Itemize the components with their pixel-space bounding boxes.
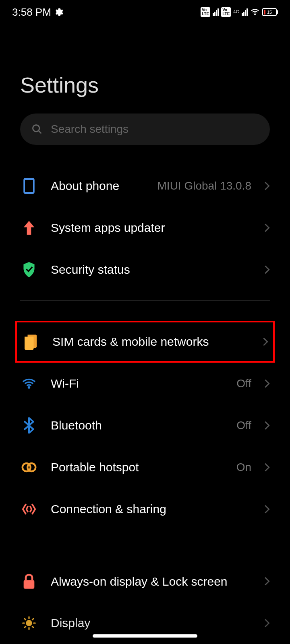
settings-item-about-phone[interactable]: About phone MIUI Global 13.0.8	[20, 165, 270, 207]
item-label: Portable hotspot	[51, 460, 224, 474]
settings-item-display[interactable]: Display	[20, 602, 270, 644]
brightness-icon	[20, 614, 38, 632]
signal-icon	[242, 8, 248, 16]
arrow-up-icon	[20, 219, 38, 237]
item-label: System apps updater	[51, 221, 251, 235]
item-value: MIUI Global 13.0.8	[157, 180, 251, 192]
status-left: 3:58 PM	[12, 6, 63, 19]
divider	[20, 300, 270, 301]
item-value: Off	[236, 377, 251, 390]
volte-icon: VoLTE	[221, 7, 231, 17]
search-input[interactable]: Search settings	[20, 114, 270, 145]
chevron-right-icon	[264, 576, 270, 586]
item-label: About phone	[51, 179, 145, 193]
settings-item-portable-hotspot[interactable]: Portable hotspot On	[20, 446, 270, 488]
svg-point-5	[27, 463, 35, 471]
item-label: Wi-Fi	[51, 377, 224, 390]
divider	[20, 540, 270, 540]
chevron-right-icon	[264, 223, 270, 233]
settings-item-sim-cards[interactable]: SIM cards & mobile networks	[15, 321, 275, 363]
svg-point-0	[33, 125, 39, 132]
item-label: Bluetooth	[51, 419, 224, 432]
settings-list: About phone MIUI Global 13.0.8 System ap…	[0, 165, 290, 644]
battery-icon: 15	[262, 8, 278, 16]
settings-item-connection-sharing[interactable]: Connection & sharing	[20, 488, 270, 530]
svg-line-13	[32, 626, 33, 627]
chevron-right-icon	[263, 337, 268, 347]
item-label: Connection & sharing	[51, 502, 251, 516]
page-title: Settings	[20, 72, 270, 97]
shield-check-icon	[20, 261, 38, 279]
item-label: Security status	[51, 263, 251, 277]
status-right: VoLTE VoLTE 4G 15	[201, 7, 278, 17]
search-icon	[31, 124, 43, 135]
connection-icon	[20, 500, 38, 518]
sim-card-icon	[22, 333, 39, 351]
wifi-icon	[20, 375, 38, 392]
settings-item-system-apps-updater[interactable]: System apps updater	[20, 207, 270, 249]
svg-point-7	[26, 620, 32, 626]
svg-line-12	[25, 619, 26, 620]
network-type-icon: 4G	[233, 9, 239, 14]
svg-rect-3	[25, 180, 33, 192]
svg-line-1	[39, 131, 41, 134]
item-value: Off	[236, 419, 251, 432]
chevron-right-icon	[264, 379, 270, 388]
settings-item-wifi[interactable]: Wi-Fi Off	[20, 363, 270, 405]
gear-icon	[54, 8, 63, 17]
status-time: 3:58 PM	[12, 6, 51, 19]
chevron-right-icon	[264, 618, 270, 628]
svg-line-14	[25, 626, 26, 627]
item-label: Display	[51, 616, 251, 630]
svg-line-15	[32, 619, 33, 620]
page-header: Settings	[0, 24, 290, 114]
chevron-right-icon	[264, 265, 270, 275]
lock-icon	[20, 572, 38, 590]
home-indicator[interactable]	[93, 634, 197, 638]
status-bar: 3:58 PM VoLTE VoLTE 4G 15	[0, 0, 290, 24]
settings-item-bluetooth[interactable]: Bluetooth Off	[20, 405, 270, 446]
search-placeholder: Search settings	[51, 123, 128, 136]
item-value: On	[236, 461, 251, 474]
volte-icon: VoLTE	[201, 7, 210, 17]
chevron-right-icon	[264, 462, 270, 472]
chevron-right-icon	[264, 504, 270, 514]
settings-item-always-on-display[interactable]: Always-on display & Lock screen	[20, 560, 270, 602]
item-label: Always-on display & Lock screen	[51, 574, 251, 589]
phone-icon	[20, 177, 38, 195]
signal-icon	[213, 8, 219, 16]
settings-item-security-status[interactable]: Security status	[20, 249, 270, 291]
chevron-right-icon	[264, 421, 270, 430]
chevron-right-icon	[264, 181, 270, 191]
item-label: SIM cards & mobile networks	[52, 335, 250, 349]
bluetooth-icon	[20, 417, 38, 434]
wifi-icon	[250, 8, 260, 16]
svg-rect-6	[24, 580, 35, 588]
hotspot-icon	[20, 458, 38, 476]
